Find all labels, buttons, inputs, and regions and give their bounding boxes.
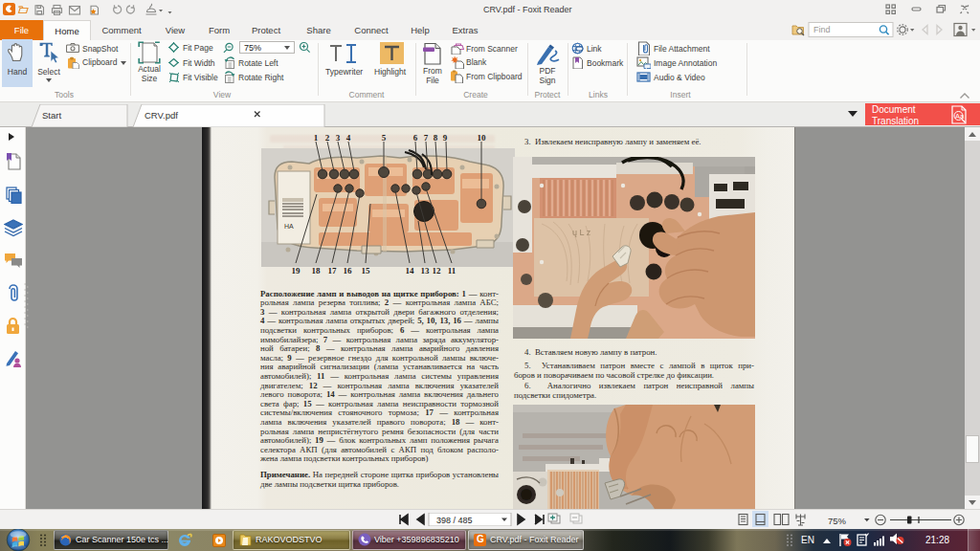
svg-text:398 / 485: 398 / 485 <box>436 516 473 525</box>
svg-text:CRV.pdf: CRV.pdf <box>145 110 178 121</box>
svg-text:75%: 75% <box>828 516 847 526</box>
svg-text:ų L ᴢ: ų L ᴢ <box>572 228 591 237</box>
svg-text:Start: Start <box>42 110 61 121</box>
svg-text:Find: Find <box>813 25 831 34</box>
svg-text:Aa: Aa <box>955 112 965 121</box>
